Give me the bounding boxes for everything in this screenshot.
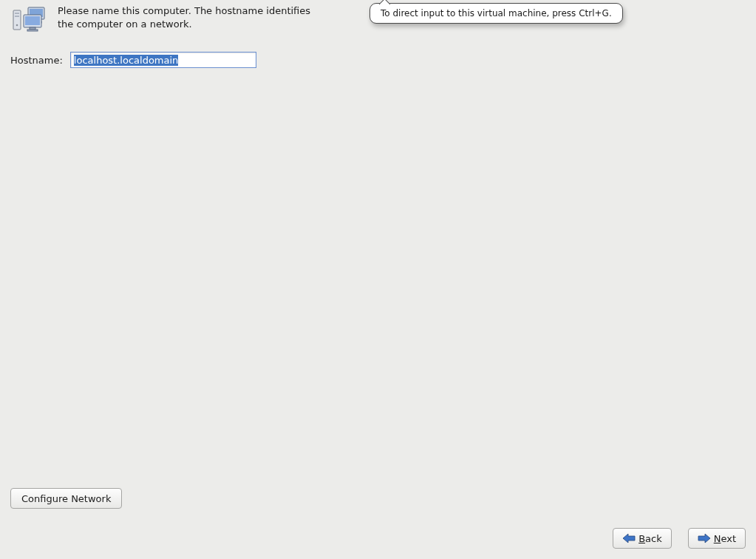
svg-marker-13 [698, 534, 710, 543]
back-label: Back [638, 533, 662, 544]
next-label: Next [714, 533, 736, 544]
svg-rect-11 [27, 30, 38, 31]
network-computers-icon [10, 6, 47, 35]
configure-network-label: Configure Network [21, 493, 111, 504]
arrow-left-icon [622, 533, 636, 543]
configure-network-button[interactable]: Configure Network [10, 488, 122, 509]
svg-rect-5 [15, 13, 19, 14]
hostname-description: Please name this computer. The hostname … [58, 4, 321, 30]
hostname-header: Please name this computer. The hostname … [10, 4, 321, 35]
hostname-label: Hostname: [10, 55, 63, 66]
back-button[interactable]: Back [613, 528, 672, 549]
wizard-nav: Back Next [613, 528, 746, 549]
vm-input-tooltip: To direct input to this virtual machine,… [370, 3, 623, 24]
svg-rect-9 [25, 16, 40, 25]
hostname-input[interactable] [70, 52, 256, 68]
svg-rect-6 [15, 16, 19, 17]
svg-marker-12 [623, 534, 635, 543]
svg-point-7 [16, 24, 18, 27]
next-button[interactable]: Next [688, 528, 746, 549]
arrow-right-icon [698, 533, 711, 543]
